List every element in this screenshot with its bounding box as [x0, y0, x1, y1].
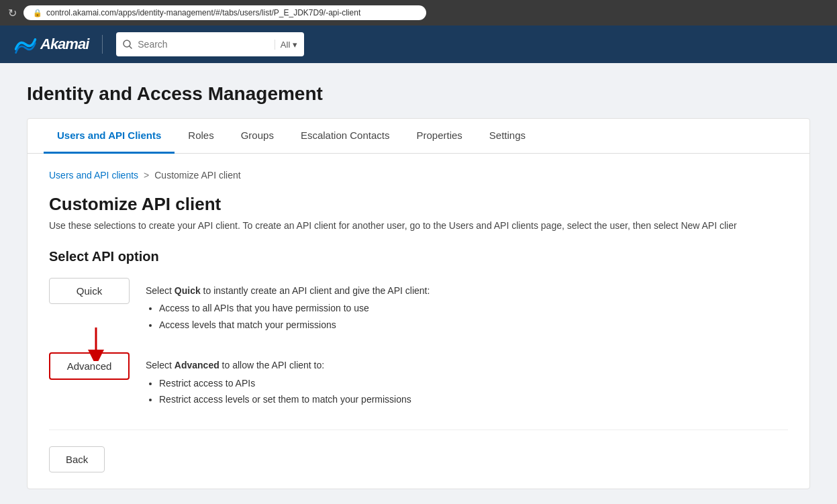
top-navigation: Akamai All ▾ [0, 26, 837, 63]
logo-text: Akamai [40, 36, 89, 53]
browser-chrome: ↻ 🔒 control.akamai.com/apps/identity-man… [0, 0, 837, 26]
lock-icon: 🔒 [33, 9, 42, 17]
tab-roles[interactable]: Roles [175, 119, 227, 154]
svg-line-1 [130, 46, 132, 48]
tab-bar: Users and API Clients Roles Groups Escal… [28, 119, 809, 154]
tab-users-and-api-clients[interactable]: Users and API Clients [44, 119, 175, 154]
tab-groups[interactable]: Groups [228, 119, 287, 154]
url-text: control.akamai.com/apps/identity-managem… [46, 8, 360, 17]
search-filter-dropdown[interactable]: All ▾ [275, 40, 297, 50]
tab-properties[interactable]: Properties [403, 119, 475, 154]
card-body: Users and API clients > Customize API cl… [28, 154, 809, 489]
breadcrumb: Users and API clients > Customize API cl… [49, 170, 788, 181]
back-button[interactable]: Back [49, 446, 105, 472]
select-api-option-heading: Select API option [49, 249, 788, 264]
quick-desc-intro: Select [146, 285, 175, 296]
akamai-logo: Akamai [13, 32, 89, 56]
quick-option-row: Quick Select Quick to instantly create a… [49, 278, 788, 334]
url-bar[interactable]: 🔒 control.akamai.com/apps/identity-manag… [23, 5, 426, 20]
section-heading: Customize API client [49, 194, 788, 215]
quick-bullets-list: Access to all APIs that you have permiss… [146, 301, 430, 332]
page-content: Identity and Access Management Users and… [0, 63, 837, 504]
breadcrumb-current: Customize API client [154, 170, 240, 181]
advanced-bullet-1: Restrict access to APIs [159, 376, 411, 391]
chevron-down-icon: ▾ [293, 40, 297, 50]
advanced-desc-intro: Select [146, 360, 175, 370]
main-card: Users and API Clients Roles Groups Escal… [27, 118, 810, 489]
search-icon [123, 40, 132, 49]
breadcrumb-separator: > [144, 170, 149, 181]
nav-divider [102, 35, 103, 54]
quick-bullet-1: Access to all APIs that you have permiss… [159, 301, 430, 315]
advanced-option-row: Advanced Select Advanced to allow the AP… [49, 352, 788, 408]
breadcrumb-link[interactable]: Users and API clients [49, 170, 138, 181]
advanced-desc-bold: Advanced [175, 360, 219, 370]
refresh-icon[interactable]: ↻ [8, 7, 17, 19]
quick-desc-bold: Quick [175, 285, 201, 296]
search-input[interactable] [138, 39, 269, 50]
quick-desc-rest: to instantly create an API client and gi… [201, 285, 430, 296]
divider [49, 430, 788, 430]
advanced-button[interactable]: Advanced [49, 352, 130, 380]
quick-button[interactable]: Quick [49, 278, 130, 304]
advanced-desc-rest: to allow the API client to: [219, 360, 324, 370]
quick-option-description: Select Quick to instantly create an API … [146, 278, 430, 334]
tab-escalation-contacts[interactable]: Escalation Contacts [287, 119, 403, 154]
section-description: Use these selections to create your API … [49, 219, 788, 233]
tab-settings[interactable]: Settings [476, 119, 539, 154]
page-title: Identity and Access Management [27, 83, 810, 105]
search-filter-label: All [281, 40, 290, 50]
search-bar-container[interactable]: All ▾ [116, 32, 304, 56]
quick-bullet-2: Access levels that match your permission… [159, 317, 430, 332]
advanced-option-description: Select Advanced to allow the API client … [146, 352, 411, 408]
advanced-bullet-2: Restrict access levels or set them to ma… [159, 392, 411, 407]
api-options-container: Quick Select Quick to instantly create a… [49, 278, 788, 408]
advanced-bullets-list: Restrict access to APIs Restrict access … [146, 376, 411, 407]
